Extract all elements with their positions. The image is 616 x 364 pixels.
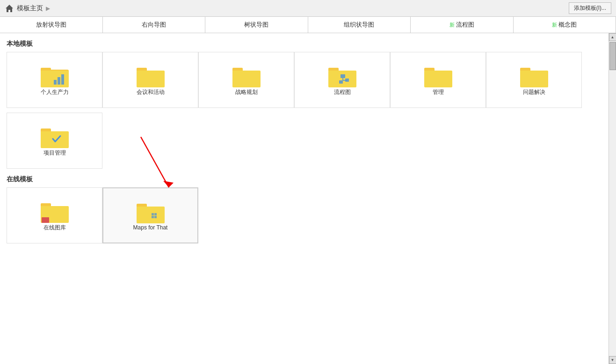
online-templates-title: 在线模板 [7, 175, 602, 184]
template-label: 战略规划 [235, 88, 258, 96]
template-label: 个人生产力 [41, 88, 69, 96]
folder-chart-icon [40, 64, 70, 88]
folder-management-icon [423, 64, 453, 88]
template-online-gallery[interactable]: 在线图库 [7, 187, 102, 243]
svg-rect-23 [41, 131, 69, 148]
template-label: 流程图 [334, 88, 351, 96]
svg-rect-5 [58, 77, 60, 85]
folder-problem-icon [519, 64, 549, 88]
template-personal-productivity[interactable]: 个人生产力 [7, 52, 102, 108]
folder-flow-icon [327, 64, 357, 88]
svg-rect-32 [154, 216, 157, 218]
nav-item-org[interactable]: 组织状导图 [308, 17, 411, 33]
template-strategy[interactable]: 战略规划 [198, 52, 294, 108]
svg-rect-6 [61, 74, 64, 85]
template-project-management[interactable]: 项目管理 [7, 113, 102, 169]
svg-rect-30 [154, 213, 157, 215]
breadcrumb-sep: ▶ [46, 5, 50, 12]
add-template-button[interactable]: 添加模板(I)... [569, 2, 611, 14]
folder-plain-icon [136, 64, 166, 88]
header-bar: 模板主页 ▶ 添加模板(I)... [0, 0, 616, 17]
svg-rect-28 [137, 207, 165, 223]
nav-item-tree[interactable]: 树状导图 [205, 17, 308, 33]
svg-rect-17 [345, 79, 349, 82]
online-template-grid: 在线图库 Maps for That [7, 187, 602, 243]
template-meeting[interactable]: 会议和活动 [102, 52, 198, 108]
folder-grid-icon [136, 200, 166, 224]
svg-rect-10 [232, 71, 261, 87]
template-label: 项目管理 [43, 149, 66, 157]
scroll-down-button[interactable]: ▼ [609, 356, 616, 364]
breadcrumb: 模板主页 ▶ [5, 4, 50, 13]
nav-item-radial[interactable]: 放射状导图 [0, 17, 103, 33]
svg-rect-4 [54, 80, 57, 85]
svg-rect-29 [152, 213, 154, 215]
top-navigation: 放射状导图 右向导图 树状导图 组织状导图 新流程图 新概念图 [0, 17, 616, 33]
svg-rect-13 [341, 74, 345, 78]
scroll-up-button[interactable]: ▲ [609, 33, 616, 41]
scrollable-content[interactable]: 本地模板 个人生产力 [0, 33, 609, 364]
folder-check-icon [40, 125, 70, 149]
breadcrumb-label: 模板主页 [17, 4, 43, 13]
nav-item-flow[interactable]: 新流程图 [411, 17, 514, 33]
template-flowchart[interactable]: 流程图 [294, 52, 390, 108]
template-label: 会议和活动 [137, 88, 165, 96]
page-wrapper: 模板主页 ▶ 添加模板(I)... 放射状导图 右向导图 树状导图 组织状导图 … [0, 0, 616, 364]
content-area: 本地模板 个人生产力 [0, 33, 616, 364]
local-templates-title: 本地模板 [7, 40, 602, 48]
nav-item-right[interactable]: 右向导图 [103, 17, 206, 33]
nav-item-concept[interactable]: 新概念图 [514, 17, 616, 33]
svg-rect-31 [152, 216, 154, 218]
template-label: 管理 [433, 88, 444, 96]
scrollbar[interactable]: ▲ ▼ [609, 33, 616, 364]
template-maps-for-that[interactable]: Maps for That [102, 187, 198, 243]
home-icon[interactable] [5, 4, 14, 13]
svg-rect-15 [339, 80, 343, 84]
svg-rect-21 [520, 71, 548, 87]
template-label: 问题解决 [523, 88, 545, 96]
template-problem-solving[interactable]: 问题解决 [486, 52, 582, 108]
svg-rect-8 [137, 71, 165, 87]
template-management[interactable]: 管理 [390, 52, 486, 108]
folder-red-icon [40, 200, 70, 224]
svg-rect-3 [41, 71, 69, 87]
local-template-grid-row2: 项目管理 [7, 113, 602, 169]
svg-rect-26 [42, 217, 49, 223]
svg-marker-0 [6, 5, 13, 12]
local-template-grid-row1: 个人生产力 会议和活动 战略规划 [7, 52, 602, 108]
template-label: 在线图库 [43, 224, 66, 232]
svg-rect-19 [424, 71, 452, 87]
folder-plain2-icon [232, 64, 261, 88]
scrollbar-thumb[interactable] [609, 42, 616, 70]
template-label: Maps for That [133, 224, 168, 231]
svg-rect-12 [328, 71, 356, 87]
